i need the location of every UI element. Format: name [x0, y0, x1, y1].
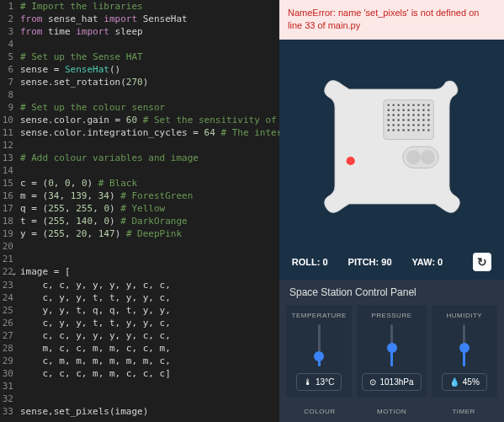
code-content: sense.set_rotation(270): [20, 76, 148, 88]
sensor-card: PRESSURE⊙1013hPa: [357, 305, 426, 398]
svg-point-33: [412, 120, 415, 122]
code-line[interactable]: 29 c, m, m, m, m, m, m, c,: [0, 355, 279, 367]
sensor-label: PRESSURE: [372, 312, 412, 319]
line-number: 7: [0, 76, 20, 88]
line-number: 18: [0, 215, 20, 227]
code-line[interactable]: 31: [0, 380, 279, 393]
code-line[interactable]: 9# Set up the colour sensor: [0, 101, 279, 114]
code-line[interactable]: 14: [0, 164, 279, 177]
svg-point-21: [397, 115, 400, 117]
svg-point-20: [392, 115, 395, 117]
line-number: 28: [0, 342, 20, 355]
svg-point-26: [422, 115, 425, 117]
code-line[interactable]: 11sense.color.integration_cycles = 64 # …: [0, 126, 279, 139]
code-line[interactable]: 24 c, y, y, t, t, y, y, c,: [0, 291, 279, 304]
reset-orientation-button[interactable]: ↻: [473, 253, 491, 271]
svg-point-43: [417, 125, 420, 127]
right-panel: NameError: name 'set_pixels' is not defi…: [279, 0, 504, 422]
line-number: 17: [0, 202, 20, 215]
svg-point-19: [387, 115, 390, 117]
sensor-tab[interactable]: COLOUR: [286, 404, 353, 419]
line-number: 15: [0, 177, 20, 190]
sensor-value: ⊙1013hPa: [362, 373, 421, 391]
code-line[interactable]: 8: [0, 88, 279, 101]
svg-point-38: [392, 125, 395, 127]
code-line[interactable]: 13# Add colour variables and image: [0, 152, 279, 164]
yaw-readout: YAW: 0: [412, 257, 443, 267]
fold-chevron-icon[interactable]: ⌄: [12, 266, 20, 279]
svg-point-31: [402, 120, 405, 122]
svg-point-4: [402, 104, 405, 107]
code-content: y = (255, 20, 147) # DeepPink: [20, 227, 182, 240]
pitch-readout: PITCH: 90: [348, 257, 392, 267]
code-line[interactable]: 18t = (255, 140, 0) # DarkOrange: [0, 215, 279, 227]
code-line[interactable]: 4: [0, 38, 279, 51]
svg-point-41: [407, 125, 410, 127]
code-content: from time import sleep: [20, 25, 143, 38]
code-line[interactable]: 21: [0, 253, 279, 265]
code-content: c, y, y, t, t, y, y, c,: [20, 317, 171, 329]
sensor-card: HUMIDITY💧45%: [432, 305, 497, 398]
svg-point-29: [392, 120, 395, 122]
svg-point-16: [417, 110, 420, 112]
code-line[interactable]: 23 c, c, y, y, y, y, c, c,: [0, 279, 279, 291]
code-line[interactable]: 15c = (0, 0, 0) # Black: [0, 177, 279, 190]
code-line[interactable]: 3from time import sleep: [0, 25, 279, 38]
sensor-slider[interactable]: [390, 324, 393, 366]
line-number: 32: [0, 393, 20, 405]
code-line[interactable]: 17q = (255, 255, 0) # Yellow: [0, 202, 279, 215]
code-line[interactable]: 19y = (255, 20, 147) # DeepPink: [0, 227, 279, 240]
code-line[interactable]: 26 c, y, y, t, t, y, y, c,: [0, 317, 279, 329]
svg-point-13: [402, 110, 405, 112]
svg-point-11: [392, 110, 395, 112]
svg-point-5: [407, 104, 410, 107]
panel-title: Space Station Control Panel: [279, 280, 504, 305]
orientation-readout: ROLL: 0 PITCH: 90 YAW: 0 ↻: [292, 253, 491, 271]
code-line[interactable]: 2from sense_hat import SenseHat: [0, 13, 279, 25]
code-line[interactable]: 33sense,set_pixels(image): [0, 405, 279, 418]
svg-point-40: [402, 125, 405, 127]
line-number: 33: [0, 405, 20, 418]
code-line[interactable]: 10sense.color.gain = 60 # Set the sensit…: [0, 114, 279, 126]
code-line[interactable]: 7sense.set_rotation(270): [0, 76, 279, 88]
svg-point-54: [427, 130, 430, 132]
line-number: 12: [0, 139, 20, 152]
code-line[interactable]: 1# Import the libraries: [0, 0, 279, 13]
code-line[interactable]: 12: [0, 139, 279, 152]
sensor-slider[interactable]: [463, 324, 465, 366]
svg-point-15: [412, 110, 415, 112]
code-line[interactable]: 20: [0, 240, 279, 253]
line-number: 27: [0, 329, 20, 342]
code-line[interactable]: 5# Set up the Sense HAT: [0, 51, 279, 63]
sense-hat-simulator: ROLL: 0 PITCH: 90 YAW: 0 ↻: [279, 40, 504, 280]
line-number: 9: [0, 101, 20, 114]
sensor-tab[interactable]: TIMER: [430, 404, 497, 419]
svg-point-9: [427, 104, 430, 107]
code-line[interactable]: 28 m, c, c, m, m, c, c, m,: [0, 342, 279, 355]
svg-point-44: [422, 125, 425, 127]
code-line[interactable]: 27 c, c, y, y, y, y, c, c,: [0, 329, 279, 342]
code-line[interactable]: 30 c, c, c, m, m, c, c, c]: [0, 367, 279, 380]
code-line[interactable]: 22⌄image = [: [0, 265, 279, 279]
code-content: t = (255, 140, 0) # DarkOrange: [20, 215, 188, 227]
code-line[interactable]: 32: [0, 393, 279, 405]
line-number: 21: [0, 253, 20, 265]
sensor-card: TEMPERATURE🌡13°C: [286, 305, 352, 398]
svg-point-58: [346, 157, 354, 165]
code-editor[interactable]: 1# Import the libraries2from sense_hat i…: [0, 0, 279, 422]
svg-point-17: [422, 110, 425, 112]
code-line[interactable]: 16m = (34, 139, 34) # ForestGreen: [0, 190, 279, 202]
code-content: # Set up the Sense HAT: [20, 51, 143, 63]
code-line[interactable]: 6sense = SenseHat(): [0, 63, 279, 76]
code-line[interactable]: 25 y, y, t, q, q, t, y, y,: [0, 304, 279, 317]
svg-point-6: [412, 104, 415, 107]
sensor-tab[interactable]: MOTION: [358, 404, 426, 419]
code-content: ⌄image = [: [20, 265, 71, 279]
sensor-icon: 🌡: [304, 377, 312, 387]
sensor-slider[interactable]: [318, 324, 321, 366]
code-content: # Set up the colour sensor: [20, 101, 165, 114]
code-content: from sense_hat import SenseHat: [20, 13, 188, 25]
control-panel: Space Station Control Panel TEMPERATURE🌡…: [279, 280, 504, 422]
line-number: 10: [0, 114, 20, 126]
hat-graphic: [321, 48, 464, 246]
